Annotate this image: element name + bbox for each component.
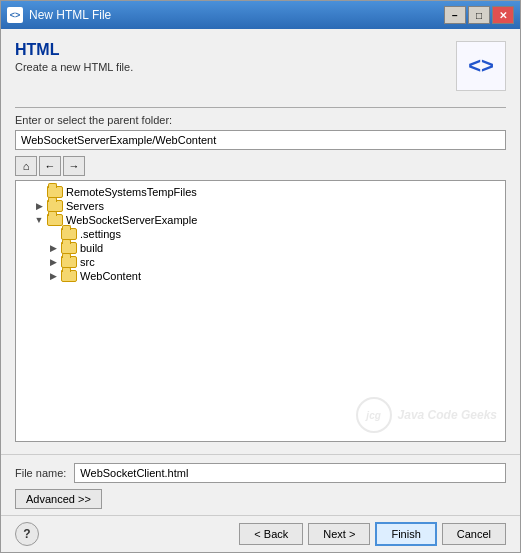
tree-item-servers[interactable]: ▶ Servers	[20, 199, 501, 213]
home-button[interactable]: ⌂	[15, 156, 37, 176]
html-icon-char: <>	[468, 53, 494, 79]
tree-toolbar: ⌂ ← →	[15, 156, 506, 176]
dialog-title: HTML	[15, 41, 133, 59]
help-button[interactable]: ?	[15, 522, 39, 546]
tree-item-label: src	[80, 256, 95, 268]
tree-item-label: WebContent	[80, 270, 141, 282]
cancel-button[interactable]: Cancel	[442, 523, 506, 545]
title-bar: <> New HTML File − □ ✕	[1, 1, 520, 29]
tree-arrow: ▶	[48, 257, 58, 267]
file-name-input[interactable]	[74, 463, 506, 483]
tree-item-settings[interactable]: .settings	[20, 227, 501, 241]
button-row: ? < Back Next > Finish Cancel	[1, 515, 520, 552]
bottom-section: File name: Advanced >>	[1, 454, 520, 515]
close-button[interactable]: ✕	[492, 6, 514, 24]
html-file-icon: <>	[456, 41, 506, 91]
title-controls: − □ ✕	[444, 6, 514, 24]
folder-label: Enter or select the parent folder:	[15, 114, 506, 126]
dialog-content: HTML Create a new HTML file. <> Enter or…	[1, 29, 520, 454]
tree-item-build[interactable]: ▶ build	[20, 241, 501, 255]
dialog-header: HTML Create a new HTML file. <>	[15, 41, 506, 91]
advanced-button[interactable]: Advanced >>	[15, 489, 102, 509]
folder-icon	[61, 270, 77, 282]
tree-item-label: build	[80, 242, 103, 254]
next-button[interactable]: Next >	[308, 523, 370, 545]
tree-arrow: ▶	[48, 271, 58, 281]
back-button[interactable]: < Back	[239, 523, 303, 545]
tree-item-label: .settings	[80, 228, 121, 240]
window-title: New HTML File	[29, 8, 111, 22]
tree-arrow: ▶	[48, 243, 58, 253]
project-folder-icon	[47, 214, 63, 226]
window-icon: <>	[7, 7, 23, 23]
tree-arrow: ▶	[34, 201, 44, 211]
tree-item-label: RemoteSystemsTempFiles	[66, 186, 197, 198]
finish-button[interactable]: Finish	[375, 522, 436, 546]
folder-tree[interactable]: RemoteSystemsTempFiles ▶ Servers ▼ WebSo…	[15, 180, 506, 442]
maximize-button[interactable]: □	[468, 6, 490, 24]
tree-item-websocketserver[interactable]: ▼ WebSocketServerExample	[20, 213, 501, 227]
file-name-label: File name:	[15, 467, 66, 479]
title-bar-left: <> New HTML File	[7, 7, 111, 23]
file-name-row: File name:	[15, 463, 506, 483]
tree-arrow: ▼	[34, 215, 44, 225]
tree-item-label: WebSocketServerExample	[66, 214, 197, 226]
tree-item-src[interactable]: ▶ src	[20, 255, 501, 269]
folder-path-input[interactable]	[15, 130, 506, 150]
dialog-subtitle: Create a new HTML file.	[15, 61, 133, 73]
tree-item-label: Servers	[66, 200, 104, 212]
forward-button[interactable]: →	[63, 156, 85, 176]
header-text: HTML Create a new HTML file.	[15, 41, 133, 73]
back-button[interactable]: ←	[39, 156, 61, 176]
new-html-file-dialog: <> New HTML File − □ ✕ HTML Create a new…	[0, 0, 521, 553]
tree-item-remote-systems[interactable]: RemoteSystemsTempFiles	[20, 185, 501, 199]
tree-item-webcontent[interactable]: ▶ WebContent	[20, 269, 501, 283]
minimize-button[interactable]: −	[444, 6, 466, 24]
header-divider	[15, 107, 506, 108]
watermark: jcg Java Code Geeks	[356, 397, 497, 433]
